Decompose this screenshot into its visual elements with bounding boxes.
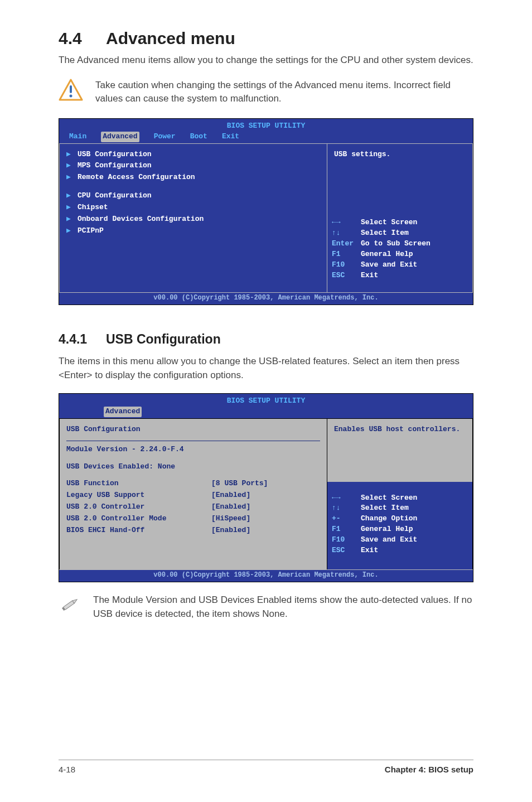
bios-setting-row[interactable]: USB 2.0 Controller Mode[HiSpeed] bbox=[66, 514, 320, 524]
key-row: F1General Help bbox=[332, 249, 468, 260]
svg-point-2 bbox=[70, 94, 72, 97]
key-row: F1General Help bbox=[332, 524, 468, 535]
section-number: 4.4 bbox=[59, 29, 106, 48]
key: +- bbox=[332, 514, 359, 524]
key: F10 bbox=[332, 535, 359, 545]
key: F1 bbox=[332, 249, 359, 260]
section-heading: 4.4Advanced menu bbox=[59, 29, 473, 48]
chapter-label: Chapter 4: BIOS setup bbox=[385, 765, 473, 774]
bios-tab-advanced[interactable]: Advanced bbox=[101, 132, 139, 142]
key-desc: Exit bbox=[361, 545, 378, 556]
key: F1 bbox=[332, 524, 359, 535]
key-desc: Exit bbox=[361, 270, 378, 281]
bios-tab-bar: Main Advanced Power Boot Exit bbox=[59, 132, 473, 143]
setting-label: USB Function bbox=[66, 479, 211, 489]
note-callout: The Module Version and USB Devices Enabl… bbox=[59, 593, 473, 621]
key: ESC bbox=[332, 545, 359, 556]
bios-setting-row[interactable]: BIOS EHCI Hand-Off[Enabled] bbox=[66, 525, 320, 536]
page-number: 4-18 bbox=[59, 765, 75, 774]
submenu-arrow-icon: ▶ bbox=[66, 214, 72, 225]
bios-title: BIOS SETUP UTILITY bbox=[59, 394, 473, 407]
intro-paragraph: The Advanced menu items allow you to cha… bbox=[59, 54, 473, 67]
key-row: ↑↓Select Item bbox=[332, 228, 468, 239]
section-title-text: Advanced menu bbox=[106, 29, 235, 47]
bios-item-label: CPU Configuration bbox=[78, 191, 152, 201]
bios-tab-power[interactable]: Power bbox=[154, 132, 176, 142]
bios-item-label: USB Configuration bbox=[78, 149, 152, 160]
key-desc: General Help bbox=[361, 249, 413, 260]
key-row: EnterGo to Sub Screen bbox=[332, 239, 468, 249]
key: F10 bbox=[332, 260, 359, 270]
key-row: ESCExit bbox=[332, 545, 468, 556]
key: ↑↓ bbox=[332, 503, 359, 514]
bios-menu-list: ▶USB Configuration ▶MPS Configuration ▶R… bbox=[59, 144, 327, 292]
setting-label: Legacy USB Support bbox=[66, 490, 211, 501]
bios-tab-bar: Advanced bbox=[59, 407, 473, 418]
setting-label: USB 2.0 Controller Mode bbox=[66, 514, 211, 524]
bios-item-label: MPS Configuration bbox=[78, 161, 152, 171]
bios-item-label: Remote Access Configuration bbox=[78, 172, 195, 183]
bios-key-legend: ←→Select Screen ↑↓Select Item EnterGo to… bbox=[327, 210, 472, 292]
bios-setting-row[interactable]: Legacy USB Support[Enabled] bbox=[66, 490, 320, 501]
bios-item-label: Chipset bbox=[78, 202, 108, 213]
bios-tab-main[interactable]: Main bbox=[69, 132, 86, 142]
bios-item[interactable]: ▶Remote Access Configuration bbox=[66, 172, 320, 183]
note-text: The Module Version and USB Devices Enabl… bbox=[93, 593, 473, 621]
key-row: F10Save and Exit bbox=[332, 535, 468, 545]
bios-item[interactable]: ▶CPU Configuration bbox=[66, 191, 320, 201]
key: ←→ bbox=[332, 218, 359, 228]
bios-item[interactable]: ▶MPS Configuration bbox=[66, 161, 320, 171]
submenu-arrow-icon: ▶ bbox=[66, 149, 72, 160]
bios-tab-advanced[interactable]: Advanced bbox=[104, 407, 142, 417]
key-row: F10Save and Exit bbox=[332, 260, 468, 270]
subsection-paragraph: The items in this menu allow you to chan… bbox=[59, 355, 473, 382]
key-desc: Save and Exit bbox=[361, 260, 417, 270]
key-desc: Select Item bbox=[361, 503, 409, 514]
key: Enter bbox=[332, 239, 359, 249]
setting-value: [Enabled] bbox=[211, 525, 250, 536]
key-desc: Change Option bbox=[361, 514, 417, 524]
submenu-arrow-icon: ▶ bbox=[66, 202, 72, 213]
bios-copyright: v00.00 (C)Copyright 1985-2003, American … bbox=[59, 569, 473, 582]
key-desc: Go to Sub Screen bbox=[361, 239, 431, 249]
bios-devices-enabled: USB Devices Enabled: None bbox=[66, 462, 320, 472]
bios-item-label: PCIPnP bbox=[78, 226, 104, 236]
key-desc: Select Screen bbox=[361, 493, 417, 504]
bios-tab-boot[interactable]: Boot bbox=[190, 132, 207, 142]
key: ↑↓ bbox=[332, 228, 359, 239]
subsection-heading: 4.4.1USB Configuration bbox=[59, 332, 473, 347]
svg-rect-3 bbox=[63, 601, 74, 610]
bios-usb-panel: USB Configuration Module Version - 2.24.… bbox=[59, 419, 327, 569]
bios-item-label: Onboard Devices Configuration bbox=[78, 214, 204, 225]
key-row: +-Change Option bbox=[332, 514, 468, 524]
submenu-arrow-icon: ▶ bbox=[66, 172, 72, 183]
setting-value: [Enabled] bbox=[211, 490, 250, 501]
key-desc: Save and Exit bbox=[361, 535, 417, 545]
bios-item[interactable]: ▶USB Configuration bbox=[66, 149, 320, 160]
caution-callout: Take caution when changing the settings … bbox=[59, 79, 473, 106]
warning-icon bbox=[59, 79, 83, 101]
pencil-note-icon bbox=[59, 593, 81, 616]
caution-text: Take caution when changing the settings … bbox=[95, 79, 473, 106]
key-desc: Select Item bbox=[361, 228, 409, 239]
key-row: ↑↓Select Item bbox=[332, 503, 468, 514]
bios-setting-row[interactable]: USB 2.0 Controller[Enabled] bbox=[66, 502, 320, 513]
subsection-title-text: USB Configuration bbox=[106, 332, 221, 346]
bios-module-version: Module Version - 2.24.0-F.4 bbox=[66, 445, 320, 455]
bios-tab-exit[interactable]: Exit bbox=[222, 132, 239, 142]
bios-item[interactable]: ▶Onboard Devices Configuration bbox=[66, 214, 320, 225]
bios-section-title: USB Configuration bbox=[66, 424, 320, 435]
bios-setting-row[interactable]: USB Function[8 USB Ports] bbox=[66, 479, 320, 489]
bios-item[interactable]: ▶Chipset bbox=[66, 202, 320, 213]
bios-copyright: v00.00 (C)Copyright 1985-2003, American … bbox=[59, 292, 473, 305]
submenu-arrow-icon: ▶ bbox=[66, 191, 72, 201]
bios-help-text: Enables USB host controllers. bbox=[327, 419, 472, 482]
bios-help-text: USB settings. bbox=[327, 144, 472, 211]
bios-item[interactable]: ▶PCIPnP bbox=[66, 226, 320, 236]
key-desc: Select Screen bbox=[361, 218, 417, 228]
setting-value: [HiSpeed] bbox=[211, 514, 250, 524]
bios-screen-advanced: BIOS SETUP UTILITY Main Advanced Power B… bbox=[59, 118, 473, 305]
bios-title: BIOS SETUP UTILITY bbox=[59, 119, 473, 132]
submenu-arrow-icon: ▶ bbox=[66, 226, 72, 236]
subsection-number: 4.4.1 bbox=[59, 332, 106, 347]
